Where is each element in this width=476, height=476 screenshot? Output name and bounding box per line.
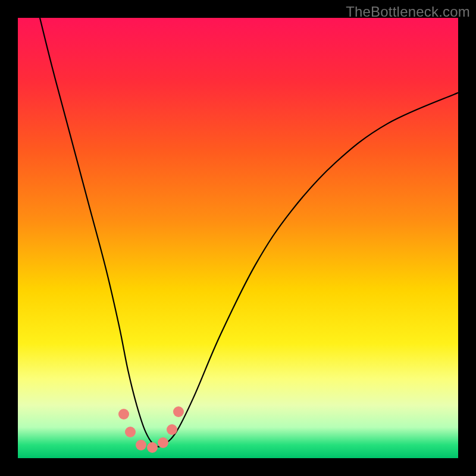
curve-marker [136, 440, 146, 450]
plot-area [18, 18, 458, 458]
curve-marker [173, 406, 184, 417]
chart-frame: TheBottleneck.com [0, 0, 476, 476]
watermark-text: TheBottleneck.com [346, 4, 470, 20]
curve-marker [147, 442, 158, 453]
bottleneck-curve [18, 18, 458, 458]
curve-marker [167, 424, 177, 435]
curve-marker [125, 427, 136, 437]
curve-marker [118, 409, 129, 419]
curve-marker [158, 437, 168, 448]
